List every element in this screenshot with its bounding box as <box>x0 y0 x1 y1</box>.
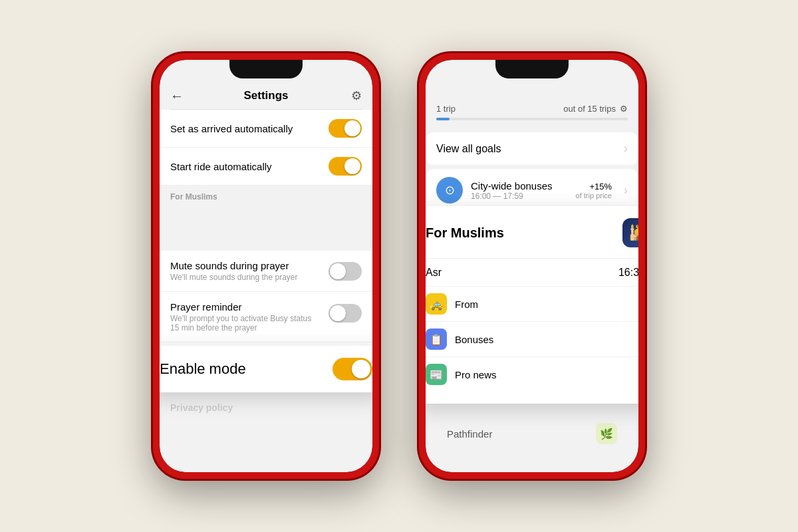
right-notch <box>495 60 569 78</box>
city-bonus-title: City-wide bonuses <box>471 180 568 192</box>
back-button[interactable]: ← <box>170 88 184 104</box>
left-notch <box>229 60 303 78</box>
settings-title: Settings <box>243 89 288 102</box>
fc-list-pronews[interactable]: 📰 Pro news › <box>426 356 638 392</box>
prayer-reminder-sublabel: We'll prompt you to activate Busy status… <box>170 314 322 332</box>
left-phone-shell: ← Settings ⚙ Set as arrived automaticall… <box>153 53 379 479</box>
auto-arrive-row[interactable]: Set as arrived automatically <box>160 110 372 148</box>
fc-bonuses-icon: 📋 <box>426 329 447 350</box>
auto-arrive-toggle[interactable] <box>329 119 362 138</box>
left-screen-content: ← Settings ⚙ Set as arrived automaticall… <box>160 60 372 472</box>
fc-prayer-name: Asr <box>426 267 442 279</box>
city-bonus-icon: ⊙ <box>436 177 463 203</box>
prayer-reminder-label: Prayer reminder <box>170 301 322 313</box>
pathfinder-icon: 🌿 <box>596 423 617 444</box>
fc-list-from[interactable]: 🚕 From › <box>426 286 638 321</box>
right-phone-screen: 1 trip out of 15 trips ⚙ View all goal <box>426 60 638 472</box>
fc-pronews-icon: 📰 <box>426 364 447 385</box>
city-bonus-text: City-wide bonuses 16:00 — 17:59 <box>471 180 568 201</box>
city-bonus-pct: +15% <box>576 182 612 192</box>
for-muslims-card: For Muslims 🕌 Asr 16:38 › 🚕 <box>426 206 638 404</box>
trips-out-of: out of 15 trips <box>563 104 616 114</box>
goals-bar-row: 1 trip out of 15 trips ⚙ <box>436 104 628 114</box>
fc-header: For Muslims 🕌 <box>426 218 638 247</box>
fc-prayer-time: 16:38 › <box>618 265 638 279</box>
prayer-reminder-row[interactable]: Prayer reminder We'll prompt you to acti… <box>160 292 372 342</box>
view-all-goals-label: View all goals <box>436 143 501 155</box>
prayer-reminder-toggle[interactable] <box>329 304 362 323</box>
fc-from-label: From <box>455 299 638 310</box>
fc-bonuses-label: Bonuses <box>455 334 638 345</box>
mute-sounds-toggle[interactable] <box>329 262 362 281</box>
screen-fade <box>160 419 372 472</box>
left-phone: ← Settings ⚙ Set as arrived automaticall… <box>153 53 379 479</box>
trips-count: 1 trip <box>436 104 456 114</box>
right-phone: 1 trip out of 15 trips ⚙ View all goal <box>419 53 645 479</box>
auto-start-toggle[interactable] <box>329 157 362 176</box>
goals-progress-bar <box>436 118 628 120</box>
enable-mode-toggle[interactable] <box>332 358 372 380</box>
pathfinder-section: Pathfinder 🌿 <box>436 415 628 452</box>
view-goals-chevron: › <box>624 142 628 156</box>
settings-gear-icon[interactable]: ⚙ <box>351 88 362 103</box>
fc-prayer-row[interactable]: Asr 16:38 › <box>426 258 638 286</box>
auto-arrive-label: Set as arrived automatically <box>170 123 329 134</box>
goals-bar-section: 1 trip out of 15 trips ⚙ <box>426 80 638 127</box>
city-bonus-time: 16:00 — 17:59 <box>471 192 568 201</box>
floating-card-spacer <box>160 204 372 251</box>
fc-title: For Muslims <box>426 225 504 241</box>
mute-sounds-label: Mute sounds during prayer <box>170 260 298 271</box>
fc-list-bonuses[interactable]: 📋 Bonuses › <box>426 321 638 356</box>
fc-from-icon: 🚕 <box>426 293 447 315</box>
mute-sounds-sublabel: We'll mute sounds during the prayer <box>170 273 298 282</box>
view-all-goals-row[interactable]: View all goals › <box>426 132 638 165</box>
city-bonus-pct-wrapper: +15% of trip price <box>576 182 612 200</box>
pathfinder-label: Pathfinder <box>447 428 492 440</box>
auto-start-label: Start ride automatically <box>170 161 329 172</box>
city-bonus-chevron: › <box>624 184 628 198</box>
pathfinder-row[interactable]: Pathfinder 🌿 <box>436 415 628 452</box>
settings-header: ← Settings ⚙ <box>160 80 372 109</box>
fc-pronews-label: Pro news <box>455 369 638 380</box>
auto-start-row[interactable]: Start ride automatically <box>160 148 372 186</box>
enable-mode-label: Enable mode <box>160 360 246 378</box>
city-bonus-row[interactable]: ⊙ City-wide bonuses 16:00 — 17:59 +15% o… <box>426 169 638 211</box>
enable-mode-card: Enable mode <box>160 346 372 392</box>
left-phone-screen: ← Settings ⚙ Set as arrived automaticall… <box>160 60 372 472</box>
right-phone-inner: 1 trip out of 15 trips ⚙ View all goal <box>426 60 638 472</box>
goals-gear-icon[interactable]: ⚙ <box>620 104 628 114</box>
right-phone-shell: 1 trip out of 15 trips ⚙ View all goal <box>419 53 645 479</box>
privacy-policy-label: Privacy policy <box>160 396 372 416</box>
city-bonus-pct-sub: of trip price <box>576 192 612 200</box>
mute-sounds-row[interactable]: Mute sounds during prayer We'll mute sou… <box>160 251 372 292</box>
for-muslims-section: For Muslims <box>160 186 372 204</box>
fc-app-icon: 🕌 <box>622 218 638 247</box>
left-phone-inner: ← Settings ⚙ Set as arrived automaticall… <box>160 60 372 472</box>
goals-progress-fill <box>436 118 450 120</box>
